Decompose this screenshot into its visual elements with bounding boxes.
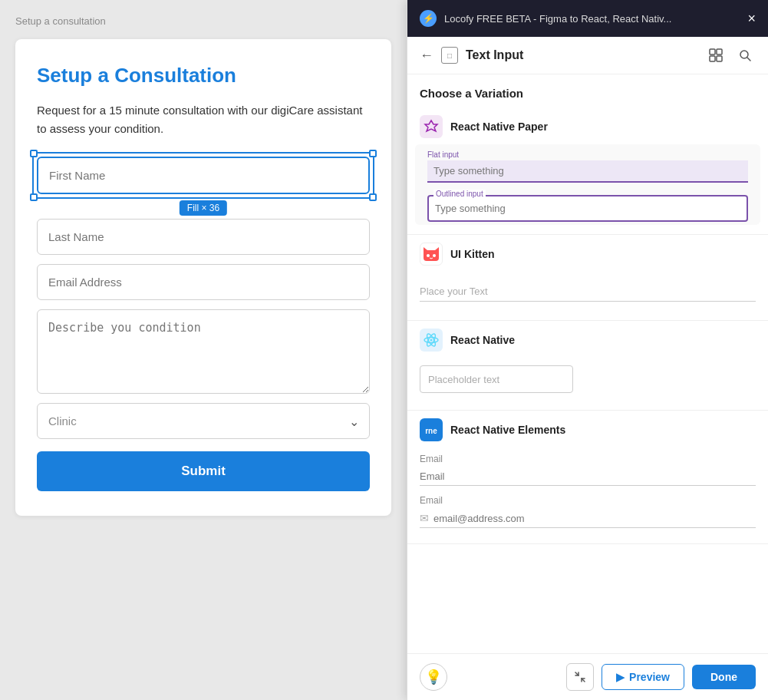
rnp-name: React Native Paper [450, 121, 548, 133]
back-arrow-icon[interactable]: ← [420, 48, 433, 64]
first-name-wrapper: Fill × 36 [37, 157, 370, 194]
rn-preview: Placeholder text [407, 358, 768, 401]
svg-rect-0 [710, 49, 715, 54]
rnp-outlined-input[interactable] [427, 195, 748, 222]
svg-line-5 [747, 58, 750, 61]
close-button[interactable]: × [747, 11, 756, 27]
rn-name: React Native [450, 334, 515, 346]
rne-preview: Email Email ✉ [407, 447, 768, 534]
form-description: Request for a 15 minute consultation wit… [37, 101, 370, 138]
rnp-outlined-label: Outlined input [433, 190, 486, 198]
svg-rect-6 [424, 250, 439, 261]
variation-header-rne[interactable]: rne React Native Elements [407, 411, 768, 447]
shrink-icon[interactable] [566, 663, 594, 691]
uikitten-placeholder-text: Place your Text [420, 286, 488, 297]
panel-topbar: ⚡ Locofy FREE BETA - Figma to React, Rea… [407, 0, 768, 37]
panel-bottombar: 💡 ▶ Preview Done [407, 653, 768, 700]
subheader-icons [705, 45, 756, 66]
clinic-select[interactable]: Clinic [37, 403, 370, 439]
play-icon: ▶ [616, 671, 625, 683]
uikitten-input-wrapper: Place your Text [420, 281, 756, 302]
search-icon[interactable] [734, 45, 756, 66]
variation-header-uikitten[interactable]: UI Kitten [407, 235, 768, 272]
rn-placeholder-text: Placeholder text [428, 374, 499, 385]
handle-tr [369, 150, 377, 157]
right-panel: ⚡ Locofy FREE BETA - Figma to React, Rea… [407, 0, 768, 700]
first-name-input[interactable] [37, 157, 370, 194]
done-button[interactable]: Done [692, 665, 756, 689]
svg-rect-2 [710, 56, 715, 61]
component-icon: □ [441, 47, 458, 64]
variation-header-rn[interactable]: React Native [407, 321, 768, 358]
component-title: Text Input [466, 48, 697, 62]
submit-button[interactable]: Submit [37, 451, 370, 491]
panel-title: Locofy FREE BETA - Figma to React, React… [444, 13, 740, 25]
variation-header-rnp[interactable]: React Native Paper [407, 107, 768, 144]
form-card: Setup a Consultation Request for a 15 mi… [15, 39, 391, 516]
form-fields: Fill × 36 Clinic ⌄ Submit [37, 157, 370, 491]
variation-react-native: React Native Placeholder text [407, 321, 768, 411]
left-panel: Setup a consultation Setup a Consultatio… [0, 0, 407, 700]
rn-input-box: Placeholder text [420, 365, 573, 393]
uikitten-name: UI Kitten [450, 248, 495, 260]
rnp-flat-label: Flat input [427, 150, 748, 159]
rnp-preview: Flat input Outlined input [415, 144, 760, 225]
variation-react-native-elements: rne React Native Elements Email Email ✉ [407, 411, 768, 544]
rnp-logo [420, 115, 443, 138]
rne-email-input-2[interactable] [433, 513, 756, 524]
rnp-outlined-wrapper: Outlined input [427, 195, 748, 222]
panel-subheader: ← □ Text Input [407, 37, 768, 74]
svg-point-10 [433, 254, 436, 257]
email-icon: ✉ [420, 512, 429, 524]
rne-email-input-1[interactable] [420, 467, 756, 486]
panel-content: Choose a Variation React Native Paper Fl… [407, 74, 768, 653]
svg-rect-3 [717, 56, 722, 61]
choose-variation-label: Choose a Variation [407, 74, 768, 107]
handle-br [369, 193, 377, 201]
svg-text:rne: rne [425, 427, 437, 435]
svg-rect-1 [717, 49, 722, 54]
rne-email-row: ✉ [420, 509, 756, 528]
rne-name: React Native Elements [450, 424, 565, 436]
clinic-select-wrapper: Clinic ⌄ [37, 403, 370, 439]
variation-ui-kitten: UI Kitten Place your Text [407, 235, 768, 321]
svg-point-14 [430, 339, 433, 342]
last-name-input[interactable] [37, 219, 370, 255]
uikitten-logo [420, 243, 443, 266]
email-input[interactable] [37, 264, 370, 300]
fill-badge: Fill × 36 [180, 200, 227, 216]
rnp-flat-input[interactable] [427, 160, 748, 183]
bolt-icon: ⚡ [420, 10, 437, 27]
variation-react-native-paper: React Native Paper Flat input Outlined i… [407, 107, 768, 235]
rn-logo [420, 329, 443, 352]
svg-point-9 [427, 254, 430, 257]
preview-button[interactable]: ▶ Preview [602, 664, 684, 690]
describe-input[interactable] [37, 309, 370, 394]
rne-email-label-2: Email [420, 495, 756, 506]
rne-email-label-1: Email [420, 454, 756, 464]
breadcrumb: Setup a consultation [15, 15, 391, 27]
handle-tl [30, 150, 38, 157]
handle-bl [30, 193, 38, 201]
form-title: Setup a Consultation [37, 64, 370, 88]
rne-logo: rne [420, 418, 443, 441]
bulb-icon[interactable]: 💡 [420, 663, 447, 691]
grid-icon[interactable] [705, 45, 727, 66]
preview-label: Preview [629, 671, 670, 683]
uikitten-preview: Place your Text [407, 272, 768, 311]
